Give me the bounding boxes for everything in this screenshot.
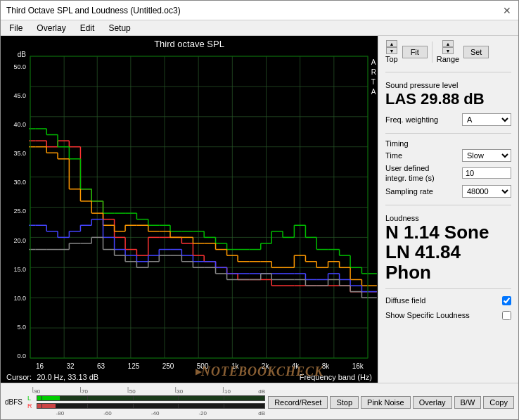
window-title: Third Octave SPL and Loudness (Untitled.… bbox=[6, 6, 181, 15]
range-down-button[interactable]: ▼ bbox=[442, 47, 454, 54]
freq-weighting-label: Freq. weighting bbox=[385, 115, 438, 124]
loudness-section: Loudness N 1.14 Sone LN 41.84 Phon bbox=[385, 211, 511, 283]
chart-title: Third octave SPL bbox=[1, 36, 378, 51]
cursor-label: Cursor: 20.0 Hz, 33.13 dB bbox=[6, 373, 98, 381]
close-button[interactable]: ✕ bbox=[501, 5, 513, 16]
menu-file[interactable]: File bbox=[6, 23, 25, 34]
set-button[interactable]: Set bbox=[463, 46, 489, 58]
menu-bar: File Overlay Edit Setup bbox=[1, 20, 518, 36]
user-defined-input[interactable] bbox=[462, 167, 511, 179]
top-down-button[interactable]: ▼ bbox=[386, 47, 397, 54]
y-axis-label: dB bbox=[18, 51, 26, 58]
bw-button[interactable]: B/W bbox=[454, 396, 482, 409]
ch-r-label: R bbox=[27, 402, 34, 409]
main-window: Third Octave SPL and Loudness (Untitled.… bbox=[0, 0, 519, 420]
sampling-rate-row: Sampling rate 44100 48000 96000 bbox=[385, 185, 511, 198]
dbfs-label: dBFS bbox=[5, 398, 25, 406]
user-defined-row: User definedintegr. time (s) bbox=[385, 163, 511, 184]
overlay-button[interactable]: Overlay bbox=[413, 396, 452, 409]
sampling-rate-label: Sampling rate bbox=[385, 187, 433, 196]
menu-overlay[interactable]: Overlay bbox=[34, 23, 68, 34]
loudness-title: Loudness bbox=[385, 214, 511, 222]
bottom-bar: dBFS | -90 | -70 | -50 | -30 | -10 bbox=[1, 383, 518, 419]
diffuse-field-checkbox[interactable] bbox=[502, 296, 511, 305]
stop-button[interactable]: Stop bbox=[330, 396, 359, 409]
menu-edit[interactable]: Edit bbox=[77, 23, 98, 34]
sampling-rate-select[interactable]: 44100 48000 96000 bbox=[462, 185, 511, 198]
spl-section: Sound pressure level LAS 29.88 dB bbox=[385, 78, 511, 109]
range-control-group: ▲ ▼ Range bbox=[437, 40, 459, 63]
l-meter-bar bbox=[37, 395, 265, 401]
time-row: Time Fast Slow bbox=[385, 149, 511, 162]
n-value: N 1.14 Sone bbox=[385, 222, 511, 243]
ch-l-label: L bbox=[27, 395, 34, 402]
spl-title: Sound pressure level bbox=[385, 81, 511, 89]
x-axis-labels: 16 32 63 125 250 500 1k 2k 4k 8k 16k bbox=[1, 361, 378, 371]
content-area: Third octave SPL dB 50.0 45.0 40.0 35.0 … bbox=[1, 36, 518, 383]
freq-weighting-select[interactable]: A B C Z bbox=[462, 113, 511, 126]
arta-label: ARTA bbox=[371, 58, 376, 97]
top-spin-group: ▲ ▼ bbox=[386, 40, 397, 54]
menu-setup[interactable]: Setup bbox=[105, 23, 133, 34]
range-spin-group: ▲ ▼ bbox=[442, 40, 454, 54]
spl-value: LAS 29.88 dB bbox=[385, 91, 511, 108]
show-specific-row: Show Specific Loudness bbox=[385, 311, 511, 320]
range-up-button[interactable]: ▲ bbox=[442, 40, 454, 47]
timing-section: Timing Time Fast Slow User definedintegr… bbox=[385, 139, 511, 199]
diffuse-field-label: Diffuse field bbox=[385, 296, 425, 305]
user-defined-label: User definedintegr. time (s) bbox=[385, 163, 435, 184]
record-reset-button[interactable]: Record/Reset bbox=[268, 396, 328, 409]
fit-button[interactable]: Fit bbox=[402, 46, 428, 58]
show-specific-checkbox[interactable] bbox=[502, 311, 511, 320]
ln-value: LN 41.84 Phon bbox=[385, 242, 511, 282]
r-meter-bar bbox=[37, 403, 265, 409]
action-buttons: Record/Reset Stop Pink Noise Overlay B/W… bbox=[268, 396, 514, 409]
cursor-info: Cursor: 20.0 Hz, 33.13 dB Frequency band… bbox=[1, 371, 378, 383]
chart-canvas bbox=[29, 51, 378, 361]
time-select[interactable]: Fast Slow bbox=[462, 149, 511, 162]
copy-button[interactable]: Copy bbox=[483, 396, 514, 409]
freq-band-label: Frequency band (Hz) bbox=[300, 373, 372, 381]
diffuse-field-row: Diffuse field bbox=[385, 296, 511, 305]
chart-area: Third octave SPL dB 50.0 45.0 40.0 35.0 … bbox=[1, 36, 378, 383]
time-label: Time bbox=[385, 151, 402, 160]
freq-weighting-row: Freq. weighting A B C Z bbox=[385, 113, 511, 126]
right-panel: ▲ ▼ Top Fit ▲ ▼ Range Set bbox=[378, 36, 518, 383]
top-up-button[interactable]: ▲ bbox=[386, 40, 397, 47]
range-label: Range bbox=[437, 55, 459, 63]
pink-noise-button[interactable]: Pink Noise bbox=[361, 396, 411, 409]
title-bar: Third Octave SPL and Loudness (Untitled.… bbox=[1, 1, 518, 20]
timing-title: Timing bbox=[385, 139, 511, 148]
show-specific-label: Show Specific Loudness bbox=[385, 311, 470, 319]
top-label: Top bbox=[385, 55, 398, 63]
top-control-group: ▲ ▼ Top bbox=[385, 40, 398, 63]
top-controls: ▲ ▼ Top Fit ▲ ▼ Range Set bbox=[385, 40, 511, 63]
